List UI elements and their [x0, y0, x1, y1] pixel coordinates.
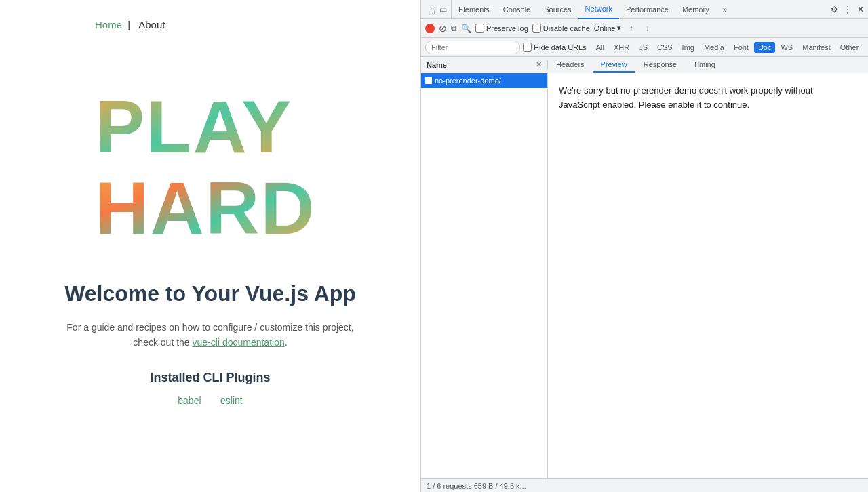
filter-tab-media[interactable]: Media	[700, 42, 728, 53]
filter-tab-img[interactable]: Img	[678, 42, 698, 53]
request-name: no-prerender-demo/	[435, 77, 501, 85]
columns-row: Name ✕ Headers Preview Response Timing	[421, 57, 868, 73]
babel-link[interactable]: babel	[178, 395, 201, 406]
filter-bar: Hide data URLs All XHR JS CSS Img Media …	[421, 38, 868, 57]
filter-tab-font[interactable]: Font	[730, 42, 753, 53]
filter-tab-other[interactable]: Other	[836, 42, 863, 53]
online-label: Online	[594, 24, 616, 33]
disable-cache-checkbox-label[interactable]: Disable cache	[532, 24, 590, 33]
name-column-label: Name	[427, 61, 447, 69]
online-dropdown-arrow: ▾	[617, 24, 621, 33]
plugin-links: babel eslint	[150, 394, 270, 407]
response-tabs: Headers Preview Response Timing	[548, 57, 724, 73]
settings-icon[interactable]: ⚙	[829, 3, 840, 16]
tab-elements[interactable]: Elements	[452, 0, 496, 19]
hide-data-urls-label[interactable]: Hide data URLs	[523, 43, 587, 52]
hide-data-urls-text: Hide data URLs	[534, 43, 587, 52]
status-bar: 1 / 6 requests 659 B / 49.5 k...	[421, 478, 868, 492]
close-devtools-icon[interactable]: ✕	[856, 3, 865, 16]
svg-text:HARD: HARD	[95, 166, 316, 247]
welcome-heading: Welcome to Your Vue.js App	[64, 281, 356, 306]
filter-tab-manifest[interactable]: Manifest	[798, 42, 835, 53]
devtools-right-icons: ⚙ ⋮ ✕	[829, 3, 865, 16]
tab-console[interactable]: Console	[496, 0, 537, 19]
filter-tab-xhr[interactable]: XHR	[610, 42, 633, 53]
filter-tab-all[interactable]: All	[592, 42, 608, 53]
tab-memory[interactable]: Memory	[675, 0, 716, 19]
network-control-bar: ⊘ ⧉ 🔍 Preserve log Disable cache Online …	[421, 19, 868, 38]
welcome-paragraph: For a guide and recipes on how to config…	[64, 320, 356, 350]
resp-tab-response[interactable]: Response	[635, 57, 686, 73]
preserve-log-checkbox-label[interactable]: Preserve log	[475, 24, 528, 33]
resp-tab-headers[interactable]: Headers	[548, 57, 593, 73]
installed-plugins-heading: Installed CLI Plugins	[150, 371, 270, 385]
close-x-icon[interactable]: ✕	[536, 60, 542, 69]
preview-panel: We're sorry but no-prerender-demo doesn'…	[548, 73, 868, 478]
filter-tab-doc[interactable]: Doc	[754, 42, 776, 53]
request-icon	[425, 77, 432, 84]
tab-performance[interactable]: Performance	[619, 0, 675, 19]
welcome-section: Welcome to Your Vue.js App For a guide a…	[64, 281, 356, 350]
disable-cache-label: Disable cache	[543, 24, 590, 33]
filter-tab-ws[interactable]: WS	[776, 42, 797, 53]
name-list: no-prerender-demo/	[421, 73, 548, 478]
installed-plugins-section: Installed CLI Plugins babel eslint	[150, 371, 270, 407]
status-text: 1 / 6 requests 659 B / 49.5 k...	[427, 482, 526, 490]
cursor-icon[interactable]: ⬚	[427, 3, 437, 16]
eslint-link[interactable]: eslint	[220, 395, 243, 406]
vue-cli-link[interactable]: vue-cli documentation	[193, 337, 285, 348]
resp-tab-timing[interactable]: Timing	[685, 57, 724, 73]
online-dropdown[interactable]: Online ▾	[594, 24, 621, 33]
breadcrumb-separator: |	[127, 19, 130, 30]
home-link[interactable]: Home	[95, 19, 122, 30]
content-area: no-prerender-demo/ We're sorry but no-pr…	[421, 73, 868, 478]
tab-sources[interactable]: Sources	[537, 0, 578, 19]
resp-tab-preview[interactable]: Preview	[593, 57, 635, 73]
breadcrumb: Home | About	[0, 0, 420, 30]
network-request-item[interactable]: no-prerender-demo/	[421, 73, 547, 88]
logo-area: PLAY HARD	[81, 71, 339, 247]
preserve-log-checkbox[interactable]	[475, 24, 484, 33]
record-button[interactable]	[425, 24, 435, 33]
filter-icon[interactable]: ⧉	[451, 24, 457, 33]
about-text: About	[138, 19, 165, 30]
preserve-log-label: Preserve log	[486, 24, 528, 33]
dots-icon[interactable]: ⋮	[842, 3, 853, 16]
preview-text: We're sorry but no-prerender-demo doesn'…	[559, 84, 816, 112]
disable-cache-checkbox[interactable]	[532, 24, 541, 33]
devtools-icon-area: ⬚ ▭	[424, 0, 452, 18]
upload-icon[interactable]: ↑	[625, 22, 637, 35]
tab-more[interactable]: »	[716, 0, 734, 19]
filter-tab-css[interactable]: CSS	[653, 42, 677, 53]
filter-tab-js[interactable]: JS	[635, 42, 652, 53]
svg-text:PLAY: PLAY	[95, 85, 292, 168]
devtools-panel: ⬚ ▭ Elements Console Sources Network Per…	[420, 0, 868, 492]
play-hard-logo: PLAY HARD	[81, 71, 339, 247]
type-filter-tabs: All XHR JS CSS Img Media Font Doc WS Man…	[592, 42, 863, 53]
search-icon[interactable]: 🔍	[461, 24, 471, 33]
filter-input[interactable]	[425, 41, 520, 54]
clear-button[interactable]: ⊘	[439, 23, 447, 34]
device-icon[interactable]: ▭	[438, 3, 448, 16]
webpage-panel: Home | About PLAY HARD	[0, 0, 420, 492]
devtools-tab-bar: ⬚ ▭ Elements Console Sources Network Per…	[421, 0, 868, 19]
download-icon[interactable]: ↓	[642, 22, 654, 35]
hide-data-urls-checkbox[interactable]	[523, 43, 532, 52]
tab-network[interactable]: Network	[578, 0, 619, 19]
name-column-header: Name ✕	[421, 60, 548, 69]
